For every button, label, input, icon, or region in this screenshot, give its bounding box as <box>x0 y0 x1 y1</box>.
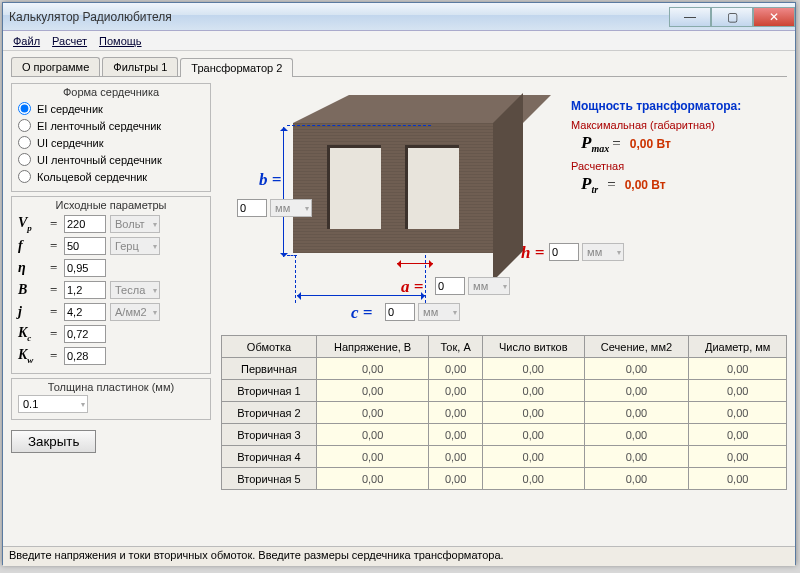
power-block: Мощность трансформатора: Максимальная (г… <box>571 99 781 202</box>
tabs: О программе Фильтры 1 Трансформатор 2 <box>11 57 787 77</box>
params-legend: Исходные параметры <box>18 199 204 211</box>
winding-turns: 0,00 <box>483 402 585 424</box>
kw-input[interactable] <box>64 347 106 365</box>
pmax-symbol: Pmax <box>581 133 609 152</box>
close-button[interactable]: Закрыть <box>11 430 96 453</box>
th-diameter: Диаметр, мм <box>689 336 787 358</box>
menu-help[interactable]: Помощь <box>95 34 146 48</box>
winding-diameter: 0,00 <box>689 380 787 402</box>
menu-calc[interactable]: Расчет <box>48 34 91 48</box>
dim-c-input[interactable] <box>385 303 415 321</box>
windings-table: Обмотка Напряжение, В Ток, А Число витко… <box>221 335 787 490</box>
f-symbol: f <box>18 238 46 254</box>
winding-voltage[interactable]: 0,00 <box>316 424 428 446</box>
radio-ei[interactable]: EI сердечник <box>18 100 204 117</box>
b-symbol: B <box>18 282 46 298</box>
radio-toroid[interactable]: Кольцевой сердечник <box>18 168 204 185</box>
winding-name: Вторичная 4 <box>222 446 317 468</box>
radio-ui[interactable]: UI сердечник <box>18 134 204 151</box>
tab-filters[interactable]: Фильтры 1 <box>102 57 178 76</box>
winding-voltage[interactable]: 0,00 <box>316 468 428 490</box>
winding-section: 0,00 <box>584 424 689 446</box>
dim-b-unit[interactable]: мм <box>270 199 312 217</box>
dim-a-unit[interactable]: мм <box>468 277 510 295</box>
b-unit[interactable]: Тесла <box>110 281 160 299</box>
statusbar: Введите напряжения и токи вторичных обмо… <box>3 546 795 566</box>
winding-current[interactable]: 0,00 <box>429 468 483 490</box>
power-title: Мощность трансформатора: <box>571 99 781 113</box>
table-row: Вторичная 20,000,000,000,000,00 <box>222 402 787 424</box>
window-close-button[interactable]: ✕ <box>753 7 795 27</box>
vp-input[interactable] <box>64 215 106 233</box>
winding-section: 0,00 <box>584 402 689 424</box>
j-input[interactable] <box>64 303 106 321</box>
kc-input[interactable] <box>64 325 106 343</box>
winding-name: Вторичная 5 <box>222 468 317 490</box>
thickness-select[interactable]: 0.1 <box>18 395 88 413</box>
kc-symbol: Kc <box>18 325 46 343</box>
winding-section: 0,00 <box>584 446 689 468</box>
winding-turns: 0,00 <box>483 380 585 402</box>
winding-voltage[interactable]: 0,00 <box>316 380 428 402</box>
radio-ei-strip[interactable]: EI ленточный сердечник <box>18 117 204 134</box>
winding-voltage[interactable]: 0,00 <box>316 358 428 380</box>
th-section: Сечение, мм2 <box>584 336 689 358</box>
thickness-label: Толщина пластинок (мм) <box>18 381 204 393</box>
winding-turns: 0,00 <box>483 358 585 380</box>
winding-current[interactable]: 0,00 <box>429 424 483 446</box>
j-unit[interactable]: А/мм2 <box>110 303 160 321</box>
winding-name: Вторичная 3 <box>222 424 317 446</box>
dim-c-unit[interactable]: мм <box>418 303 460 321</box>
dim-h-input[interactable] <box>549 243 579 261</box>
winding-diameter: 0,00 <box>689 402 787 424</box>
f-input[interactable] <box>64 237 106 255</box>
eta-symbol: η <box>18 260 46 276</box>
dim-b-input[interactable] <box>237 199 267 217</box>
winding-voltage[interactable]: 0,00 <box>316 402 428 424</box>
menubar: Файл Расчет Помощь <box>3 31 795 51</box>
winding-current[interactable]: 0,00 <box>429 446 483 468</box>
app-window: Калькулятор Радиолюбителя — ▢ ✕ Файл Рас… <box>2 2 796 565</box>
winding-turns: 0,00 <box>483 424 585 446</box>
ptr-value: 0,00 Вт <box>625 178 666 192</box>
dim-h-unit[interactable]: мм <box>582 243 624 261</box>
dim-h-label: h = <box>521 243 544 263</box>
power-calc-label: Расчетная <box>571 160 781 172</box>
table-row: Вторичная 50,000,000,000,000,00 <box>222 468 787 490</box>
table-row: Первичная0,000,000,000,000,00 <box>222 358 787 380</box>
f-unit[interactable]: Герц <box>110 237 160 255</box>
tab-about[interactable]: О программе <box>11 57 100 76</box>
menu-file[interactable]: Файл <box>9 34 44 48</box>
tab-transformer[interactable]: Трансформатор 2 <box>180 58 293 77</box>
eta-input[interactable] <box>64 259 106 277</box>
window-title: Калькулятор Радиолюбителя <box>9 10 669 24</box>
winding-name: Вторичная 2 <box>222 402 317 424</box>
dim-a-label: a = <box>401 277 423 297</box>
table-row: Вторичная 30,000,000,000,000,00 <box>222 424 787 446</box>
winding-turns: 0,00 <box>483 468 585 490</box>
table-row: Вторичная 40,000,000,000,000,00 <box>222 446 787 468</box>
minimize-button[interactable]: — <box>669 7 711 27</box>
winding-current[interactable]: 0,00 <box>429 358 483 380</box>
vp-symbol: Vp <box>18 215 46 233</box>
winding-diameter: 0,00 <box>689 424 787 446</box>
dim-b-label: b = <box>259 170 281 190</box>
ptr-symbol: Ptr <box>581 174 598 193</box>
dim-a-input[interactable] <box>435 277 465 295</box>
kw-symbol: Kw <box>18 347 46 365</box>
winding-current[interactable]: 0,00 <box>429 402 483 424</box>
core-diagram: b = мм a = мм c = мм h = <box>221 83 787 333</box>
winding-section: 0,00 <box>584 380 689 402</box>
thickness-group: Толщина пластинок (мм) 0.1 <box>11 378 211 420</box>
winding-diameter: 0,00 <box>689 468 787 490</box>
winding-name: Вторичная 1 <box>222 380 317 402</box>
maximize-button[interactable]: ▢ <box>711 7 753 27</box>
b-input[interactable] <box>64 281 106 299</box>
winding-voltage[interactable]: 0,00 <box>316 446 428 468</box>
winding-current[interactable]: 0,00 <box>429 380 483 402</box>
vp-unit[interactable]: Вольт <box>110 215 160 233</box>
radio-ui-strip[interactable]: UI ленточный сердечник <box>18 151 204 168</box>
titlebar: Калькулятор Радиолюбителя — ▢ ✕ <box>3 3 795 31</box>
dim-c-label: c = <box>351 303 372 323</box>
core-shape-legend: Форма сердечника <box>18 86 204 98</box>
